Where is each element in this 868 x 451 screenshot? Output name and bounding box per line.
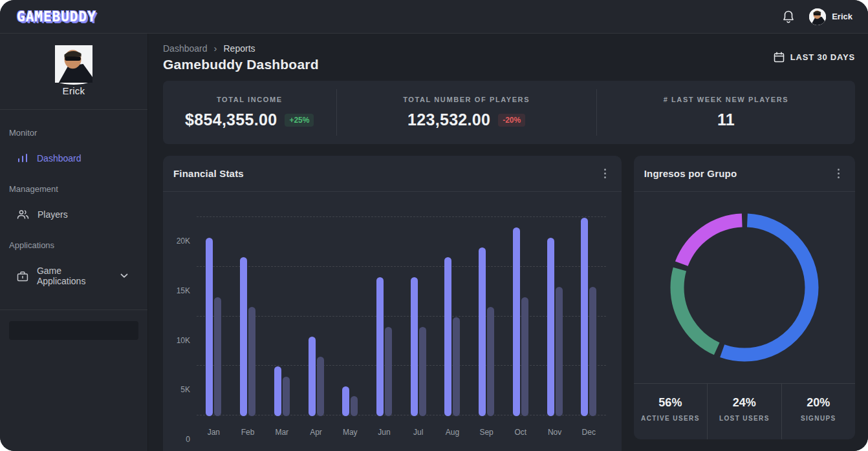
bar-primary[interactable]: [513, 227, 520, 416]
bar-group-sep[interactable]: [478, 216, 495, 415]
bar-primary[interactable]: [479, 247, 486, 416]
x-tick-label: Nov: [547, 428, 563, 437]
avatar: [809, 8, 826, 25]
bar-secondary[interactable]: [589, 287, 596, 416]
bar-primary[interactable]: [274, 366, 281, 416]
bar-primary[interactable]: [342, 386, 349, 416]
status-badge: +25%: [285, 114, 314, 127]
x-tick-label: Mar: [274, 428, 290, 437]
stat-value: $854,355.00: [185, 110, 277, 129]
sidebar: Erick Monitor Dashboard Management: [0, 34, 148, 451]
legend-label: ACTIVE USERS: [634, 415, 707, 422]
date-range-button[interactable]: LAST 30 DAYS: [774, 52, 855, 63]
gridline: [197, 415, 606, 415]
card-title: Financial Stats: [173, 168, 244, 179]
bar-secondary[interactable]: [556, 287, 563, 416]
ingresos-card: Ingresos por Grupo 56% ACTIVE USERS 24%: [634, 156, 855, 439]
bar-secondary[interactable]: [385, 327, 392, 416]
breadcrumb-chevron-icon: ›: [214, 43, 217, 54]
stat-total-income: TOTAL INCOME $854,355.00 +25%: [163, 89, 336, 136]
sidebar-item-players[interactable]: Players: [0, 203, 147, 233]
y-tick-label: 15K: [177, 286, 190, 295]
bar-group-dec[interactable]: [580, 216, 597, 415]
bar-secondary[interactable]: [487, 307, 494, 416]
x-tick-label: Jul: [410, 428, 427, 437]
bar-primary[interactable]: [206, 238, 213, 416]
y-axis: 20K15K10K5K0: [171, 216, 197, 415]
main-content: Dashboard › Reports Gamebuddy Dashboard …: [148, 34, 868, 451]
bar-chart: 20K15K10K5K0: [163, 192, 622, 415]
bar-secondary[interactable]: [521, 297, 528, 416]
sidebar-item-label: Players: [38, 209, 68, 220]
bar-group-aug[interactable]: [444, 216, 461, 415]
kebab-menu-icon[interactable]: [600, 165, 610, 182]
legend-label: LOST USERS: [708, 415, 781, 422]
nav-section-monitor: Monitor: [0, 120, 147, 147]
bar-secondary[interactable]: [453, 317, 460, 417]
gamebuddy-logo: GAMEBUDDY: [17, 9, 96, 25]
sidebar-item-dashboard[interactable]: Dashboard: [0, 147, 147, 176]
donut-rings: [664, 207, 825, 368]
stat-label: # LAST WEEK NEW PLAYERS: [597, 96, 855, 103]
bar-primary[interactable]: [411, 277, 418, 416]
avatar[interactable]: [55, 74, 92, 85]
y-tick-label: 20K: [177, 236, 190, 246]
sidebar-item-game-applications[interactable]: Game Applications: [0, 259, 147, 299]
legend-value: 56%: [634, 396, 707, 410]
page-title: Gamebuddy Dashboard: [163, 57, 319, 72]
x-tick-label: Apr: [308, 428, 325, 437]
bar-group-mar[interactable]: [274, 216, 290, 415]
bar-primary[interactable]: [444, 257, 451, 416]
sidebar-user-name: Erick: [0, 85, 147, 96]
legend-active-users: 56% ACTIVE USERS: [634, 384, 707, 439]
breadcrumb: Dashboard › Reports: [163, 43, 319, 54]
notifications-button[interactable]: [782, 10, 795, 24]
bar-secondary[interactable]: [283, 377, 290, 416]
sidebar-profile: Erick: [0, 34, 147, 109]
bar-group-jun[interactable]: [376, 216, 393, 415]
x-tick-label: Jun: [376, 428, 393, 437]
bar-secondary[interactable]: [419, 327, 426, 416]
user-menu[interactable]: Erick: [809, 8, 852, 25]
legend-signups: 20% SIGNUPS: [781, 384, 855, 439]
bar-secondary[interactable]: [214, 297, 221, 416]
bar-group-oct[interactable]: [512, 216, 529, 415]
legend-value: 24%: [708, 396, 781, 410]
status-badge: -20%: [498, 114, 525, 127]
bar-group-nov[interactable]: [547, 216, 563, 415]
stat-label: TOTAL NUMBER OF PLAYERS: [337, 96, 596, 103]
bar-primary[interactable]: [581, 218, 588, 416]
month-labels: JanFebMarAprMayJunJulAugSepOctNovDec: [197, 428, 606, 437]
bar-group-may[interactable]: [342, 216, 358, 415]
bars-row: [197, 216, 606, 415]
bar-secondary[interactable]: [248, 307, 255, 416]
y-tick-label: 0: [186, 435, 190, 444]
breadcrumb-dashboard[interactable]: Dashboard: [163, 43, 208, 54]
donut-chart: [634, 192, 855, 383]
bell-icon: [782, 10, 795, 24]
bar-secondary[interactable]: [317, 357, 324, 416]
breadcrumb-reports[interactable]: Reports: [224, 43, 255, 54]
calendar-icon: [774, 52, 785, 63]
sidebar-placeholder-box[interactable]: [9, 321, 138, 340]
bar-primary[interactable]: [376, 277, 384, 416]
sidebar-item-label: Dashboard: [37, 153, 81, 163]
y-tick-label: 5K: [180, 385, 190, 394]
bar-group-apr[interactable]: [308, 216, 325, 415]
bar-primary[interactable]: [309, 337, 316, 416]
bar-primary[interactable]: [240, 257, 247, 416]
sidebar-item-label: Game Applications: [37, 266, 112, 286]
topbar-user-name: Erick: [832, 12, 852, 21]
x-tick-label: Sep: [478, 428, 495, 437]
bar-group-jan[interactable]: [205, 216, 222, 415]
bar-secondary[interactable]: [351, 396, 358, 416]
x-tick-label: Jan: [205, 428, 222, 437]
y-tick-label: 10K: [177, 336, 190, 345]
bar-primary[interactable]: [547, 238, 554, 416]
x-tick-label: Aug: [444, 428, 461, 437]
x-tick-label: Dec: [580, 428, 597, 437]
bar-group-jul[interactable]: [410, 216, 427, 415]
bar-group-feb[interactable]: [239, 216, 256, 415]
kebab-menu-icon[interactable]: [834, 165, 843, 182]
stat-new-players: # LAST WEEK NEW PLAYERS 11: [596, 89, 855, 136]
